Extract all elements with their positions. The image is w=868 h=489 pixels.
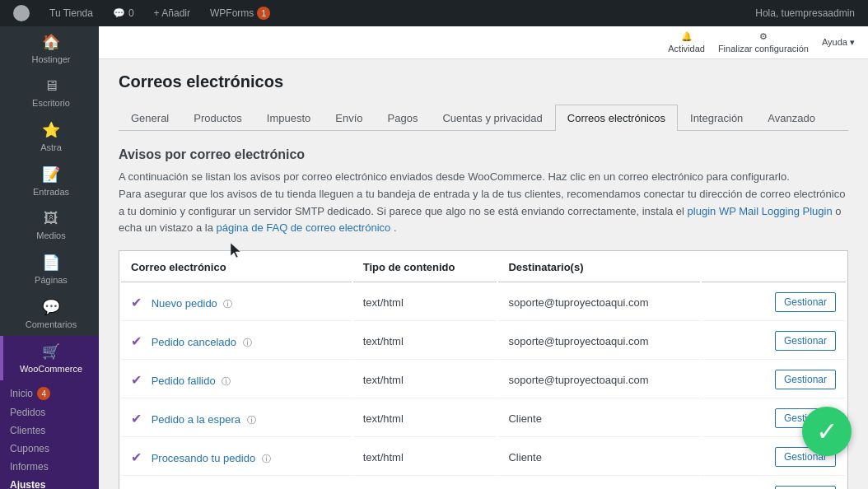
sidebar-item-medios[interactable]: 🖼 Medios: [0, 203, 99, 247]
sidebar-sub-inicio[interactable]: Inicio 4: [0, 384, 99, 403]
admin-bar-wpforms[interactable]: WPForms 1: [203, 0, 277, 26]
sidebar-item-hostinger[interactable]: 🏠 Hostinger: [0, 26, 99, 71]
settings-tabs: General Productos Impuesto Envío Pagos C…: [119, 105, 848, 131]
sidebar-item-comentarios[interactable]: 💬 Comentarios: [0, 291, 99, 336]
tab-integracion[interactable]: Integración: [678, 105, 755, 131]
email-dest: Cliente: [498, 400, 700, 437]
table-row: ✔ Pedido cancelado ⓘ text/html soporte@t…: [121, 323, 846, 360]
email-dest: soporte@tuproyectoaqui.com: [498, 323, 700, 360]
info-icon[interactable]: ⓘ: [222, 376, 231, 386]
admin-bar-wp-logo[interactable]: W: [7, 0, 36, 26]
row-status-icon: ✔: [131, 334, 142, 348]
manage-button[interactable]: Gestionar: [775, 486, 836, 489]
table-row: ✔ Procesando tu pedido ⓘ text/html Clien…: [121, 439, 846, 476]
sidebar-item-label: Entradas: [33, 187, 69, 197]
faq-link[interactable]: página de FAQ de correo electrónico: [217, 221, 391, 234]
section-title: Avisos por correo electrónico: [119, 147, 848, 162]
sidebar-item-astra[interactable]: ⭐ Astra: [0, 114, 99, 159]
email-table: Correo electrónico Tipo de contenido Des…: [119, 250, 848, 489]
email-dest: soporte@tuproyectoaqui.com: [498, 284, 700, 321]
admin-bar: W Tu Tienda 💬 0 + Añadir WPForms 1 Hola,…: [0, 0, 868, 26]
email-type: text/html: [353, 400, 497, 437]
email-dest: soporte@tuproyectoaqui.com: [498, 361, 700, 398]
escritorio-icon: 🖥: [44, 77, 58, 95]
row-status-icon: ✔: [131, 373, 142, 387]
row-status-icon: ✔: [131, 412, 142, 426]
main-content: 🔔 Actividad ⚙ Finalizar configuración Ay…: [99, 26, 868, 489]
tab-cuentas[interactable]: Cuentas y privacidad: [430, 105, 554, 131]
actividad-icon: 🔔: [681, 31, 693, 42]
email-link[interactable]: Procesando tu pedido: [152, 452, 255, 464]
table-row: ✔ Pedido completado ⓘ text/html Cliente …: [121, 477, 846, 489]
sidebar-item-label: Páginas: [35, 275, 68, 285]
woocommerce-icon: 🛒: [42, 342, 60, 361]
success-checkmark: ✓: [802, 407, 852, 456]
sidebar: 🏠 Hostinger 🖥 Escritorio ⭐ Astra 📝 Entra…: [0, 26, 99, 489]
admin-bar-site-name[interactable]: Tu Tienda: [43, 0, 100, 26]
ayuda-button[interactable]: Ayuda ▾: [822, 37, 855, 48]
admin-bar-right: Hola, tuempresaadmin: [749, 7, 861, 19]
tab-general[interactable]: General: [119, 105, 181, 131]
sidebar-item-label: Hostinger: [31, 54, 70, 64]
manage-button[interactable]: Gestionar: [775, 292, 836, 312]
sidebar-sub-clientes[interactable]: Clientes: [0, 421, 99, 440]
col-header-type: Tipo de contenido: [353, 253, 497, 282]
wp-logo-icon: W: [13, 5, 30, 21]
actividad-button[interactable]: 🔔 Actividad: [668, 31, 705, 54]
email-link[interactable]: Pedido a la espera: [152, 413, 240, 426]
email-link[interactable]: Pedido fallido: [152, 375, 216, 387]
sidebar-item-woocommerce[interactable]: 🛒 WooCommerce: [0, 336, 99, 380]
finalizar-icon: ⚙: [759, 31, 768, 42]
manage-button[interactable]: Gestionar: [775, 370, 836, 389]
wpforms-badge: 1: [257, 7, 270, 20]
inicio-badge: 4: [37, 387, 50, 400]
tab-productos[interactable]: Productos: [181, 105, 254, 131]
email-link[interactable]: Pedido cancelado: [152, 336, 236, 348]
sidebar-item-entradas[interactable]: 📝 Entradas: [0, 159, 99, 203]
admin-bar-greeting[interactable]: Hola, tuempresaadmin: [749, 7, 861, 19]
sidebar-sub-pedidos[interactable]: Pedidos: [0, 403, 99, 421]
sidebar-item-label: Comentarios: [26, 319, 77, 329]
sidebar-item-paginas[interactable]: 📄 Páginas: [0, 247, 99, 291]
wp-mail-logging-link[interactable]: plugin WP Mail Logging Plugin: [688, 205, 833, 217]
sidebar-sub-cupones[interactable]: Cupones: [0, 440, 99, 458]
woo-submenu: Inicio 4 Pedidos Clientes Cupones Inform…: [0, 380, 99, 489]
info-icon[interactable]: ⓘ: [223, 299, 232, 309]
email-link[interactable]: Nuevo pedido: [152, 297, 217, 310]
tab-envio[interactable]: Envío: [323, 105, 375, 131]
tab-pagos[interactable]: Pagos: [376, 105, 431, 131]
email-dest: Cliente: [498, 439, 700, 476]
sidebar-item-label: Escritorio: [32, 98, 70, 108]
actividad-label: Actividad: [668, 44, 705, 54]
sidebar-item-escritorio[interactable]: 🖥 Escritorio: [0, 71, 99, 114]
tab-impuesto[interactable]: Impuesto: [254, 105, 323, 131]
row-status-icon: ✔: [131, 450, 142, 464]
tab-avanzado[interactable]: Avanzado: [755, 105, 828, 131]
row-status-icon: ✔: [131, 296, 142, 310]
sidebar-sub-ajustes[interactable]: Ajustes: [0, 476, 99, 489]
sidebar-item-label: Medios: [36, 231, 65, 240]
tab-correos[interactable]: Correos electrónicos: [555, 105, 678, 131]
email-type: text/html: [353, 361, 497, 398]
ayuda-label: Ayuda ▾: [822, 37, 855, 48]
section-desc: A continuación se listan los avisos por …: [119, 169, 848, 237]
sidebar-item-label: Astra: [40, 142, 62, 152]
info-icon[interactable]: ⓘ: [243, 338, 252, 347]
table-row: ✔ Nuevo pedido ⓘ text/html soporte@tupro…: [121, 284, 846, 321]
info-icon[interactable]: ⓘ: [247, 415, 256, 425]
comentarios-icon: 💬: [42, 298, 60, 316]
info-icon[interactable]: ⓘ: [262, 454, 271, 463]
sidebar-sub-informes[interactable]: Informes: [0, 458, 99, 476]
page-title: Correos electrónicos: [119, 72, 848, 91]
table-row: ✔ Pedido a la espera ⓘ text/html Cliente…: [121, 400, 846, 437]
finalizar-button[interactable]: ⚙ Finalizar configuración: [718, 31, 809, 54]
admin-bar-comments[interactable]: 💬 0: [106, 0, 141, 26]
col-header-email: Correo electrónico: [121, 253, 352, 282]
content-area: Correos electrónicos General Productos I…: [99, 59, 868, 489]
hostinger-icon: 🏠: [42, 33, 60, 51]
paginas-icon: 📄: [42, 254, 60, 272]
admin-bar-add[interactable]: + Añadir: [147, 0, 197, 26]
col-header-dest: Destinatario(s): [498, 253, 700, 282]
top-action-bar: 🔔 Actividad ⚙ Finalizar configuración Ay…: [99, 26, 868, 59]
manage-button[interactable]: Gestionar: [775, 331, 836, 351]
